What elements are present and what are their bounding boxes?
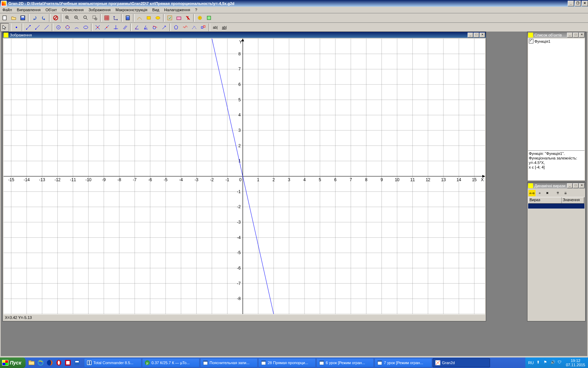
tray-icon[interactable]: ⬆ — [537, 360, 542, 366]
tool-a-button[interactable] — [135, 14, 144, 22]
tangent-button[interactable] — [151, 23, 159, 32]
ql-firefox-icon[interactable] — [46, 359, 54, 367]
macro-b-button[interactable] — [175, 14, 183, 22]
ql-app1-icon[interactable] — [64, 359, 72, 367]
line-button[interactable] — [42, 23, 51, 32]
pointer-button[interactable] — [0, 23, 9, 32]
ql-app2-icon[interactable] — [73, 359, 81, 367]
undo-button[interactable] — [30, 14, 39, 22]
dyn-add-button[interactable]: A+B — [528, 190, 536, 196]
menu-help[interactable]: ? — [192, 7, 200, 13]
object-item[interactable]: Функція1 — [528, 39, 584, 44]
tray-date[interactable]: 07.11.2015 — [566, 363, 585, 367]
parallel-button[interactable] — [121, 23, 129, 32]
graph-max-button[interactable]: □ — [474, 33, 479, 38]
graph-min-button[interactable]: _ — [468, 33, 473, 38]
arc-button[interactable] — [72, 23, 81, 32]
zoom-fit-button[interactable] — [82, 14, 90, 22]
tray-volume-icon[interactable]: 🔊 — [551, 360, 556, 366]
zoom-area-button[interactable] — [91, 14, 99, 22]
menu-edit[interactable]: Виправлення — [14, 7, 43, 13]
dynamic-table[interactable]: Вираз Значення — [528, 197, 584, 320]
taskbar-task[interactable]: Gran2d — [433, 358, 490, 367]
text-a-button[interactable]: ab| — [211, 23, 219, 32]
object-checkbox[interactable] — [529, 39, 533, 43]
midpoint-button[interactable] — [103, 23, 111, 32]
dynamic-close-button[interactable]: ✕ — [579, 183, 584, 188]
bisector-button[interactable] — [142, 23, 150, 32]
tray-time[interactable]: 19:12 — [566, 359, 585, 363]
text-b-button[interactable]: ab| — [220, 23, 229, 32]
intersect-button[interactable] — [93, 23, 102, 32]
menu-settings[interactable]: Налагодження — [162, 7, 192, 13]
point-button[interactable] — [12, 23, 21, 32]
objects-close-button[interactable]: ✕ — [579, 33, 584, 38]
dynamic-selected-row[interactable] — [528, 204, 584, 209]
settings-a-button[interactable] — [196, 14, 204, 22]
taskbar-task[interactable]: 7 урок [Режим огран... — [374, 358, 432, 367]
dyn-edit-button[interactable]: ≡ — [536, 190, 543, 196]
zoom-out-button[interactable] — [72, 14, 81, 22]
objects-max-button[interactable]: □ — [573, 33, 579, 38]
col-expression[interactable]: Вираз — [528, 197, 562, 203]
menu-object[interactable]: Об'єкт — [43, 7, 59, 13]
angle-button[interactable] — [133, 23, 141, 32]
graph-canvas[interactable]: -15-14-13-12-11-10-9-8-7-6-5-4-3-2-11234… — [4, 39, 485, 314]
minimize-button[interactable]: _ — [568, 1, 574, 6]
dyn-del-button[interactable]: ✖ — [544, 190, 551, 196]
tray-shield-icon[interactable]: 🛡 — [558, 360, 563, 366]
taskbar-task[interactable]: µ0.37 К/25.7 К — µTo... — [142, 358, 200, 367]
circle3p-button[interactable] — [63, 23, 72, 32]
dynamic-panel-titlebar[interactable]: Динамічні вирази _ □ ✕ — [527, 183, 585, 189]
ql-ie-icon[interactable] — [36, 359, 45, 367]
taskbar-task[interactable]: 28 Прямая пропорци... — [258, 358, 316, 367]
vector-button[interactable] — [160, 23, 168, 32]
new-button[interactable] — [0, 14, 9, 22]
dyn-down-button[interactable]: ⇊ — [562, 190, 569, 196]
taskbar-task[interactable]: Пояснительная запи... — [200, 358, 258, 367]
save-button[interactable] — [19, 14, 27, 22]
macro-a-button[interactable] — [166, 14, 174, 22]
maximize-button[interactable]: ❐ — [575, 1, 581, 6]
circle-button[interactable] — [54, 23, 63, 32]
segment-button[interactable] — [24, 23, 33, 32]
settings-b-button[interactable] — [205, 14, 213, 22]
dyn-up-button[interactable]: ⇈ — [554, 190, 561, 196]
start-button[interactable]: Пуск — [0, 357, 26, 368]
taskbar-task[interactable]: 6 урок [Режим огран... — [316, 358, 374, 367]
polygon-button[interactable] — [172, 23, 180, 32]
transform-button[interactable] — [199, 23, 208, 32]
graph-close-button[interactable]: ✕ — [479, 33, 485, 38]
tray-language[interactable]: RU — [528, 361, 534, 365]
function-button[interactable] — [181, 23, 189, 32]
objects-list[interactable]: Функція1 — [528, 39, 584, 151]
close-button[interactable]: ✕ — [582, 1, 588, 6]
graph-panel-titlebar[interactable]: Зображення _ □ ✕ — [3, 32, 486, 38]
system-tray[interactable]: RU ⬆ ⚑ 🔊 🛡 19:12 07.11.2015 — [525, 357, 588, 368]
menu-calc[interactable]: Обчислення — [59, 7, 86, 13]
delete-button[interactable] — [51, 14, 60, 22]
grid-button[interactable] — [103, 14, 111, 22]
col-value[interactable]: Значення — [562, 197, 584, 203]
menu-macro[interactable]: Макроконструкція — [113, 7, 150, 13]
calc-button[interactable] — [124, 14, 132, 22]
dynamic-max-button[interactable]: □ — [573, 183, 579, 188]
tray-flag-icon[interactable]: ⚑ — [544, 360, 549, 366]
ql-opera-icon[interactable] — [55, 359, 63, 367]
menu-file[interactable]: Файл — [0, 7, 14, 13]
taskbar-task[interactable]: Total Commander 8.5... — [84, 358, 141, 367]
objects-panel-titlebar[interactable]: Список об'єктів _ □ ✕ — [527, 32, 585, 38]
tool-b-button[interactable] — [145, 14, 153, 22]
macro-c-button[interactable] — [184, 14, 192, 22]
ellipse-button[interactable] — [82, 23, 90, 32]
perpendicular-button[interactable] — [112, 23, 120, 32]
menu-image[interactable]: Зображення — [86, 7, 113, 13]
ql-explorer-icon[interactable] — [27, 359, 36, 367]
zoom-in-button[interactable] — [63, 14, 72, 22]
dynamic-min-button[interactable]: _ — [567, 183, 573, 188]
locus-button[interactable] — [190, 23, 198, 32]
axes-button[interactable] — [112, 14, 120, 22]
objects-min-button[interactable]: _ — [567, 33, 573, 38]
menu-view[interactable]: Вид — [150, 7, 162, 13]
ray-button[interactable] — [33, 23, 42, 32]
